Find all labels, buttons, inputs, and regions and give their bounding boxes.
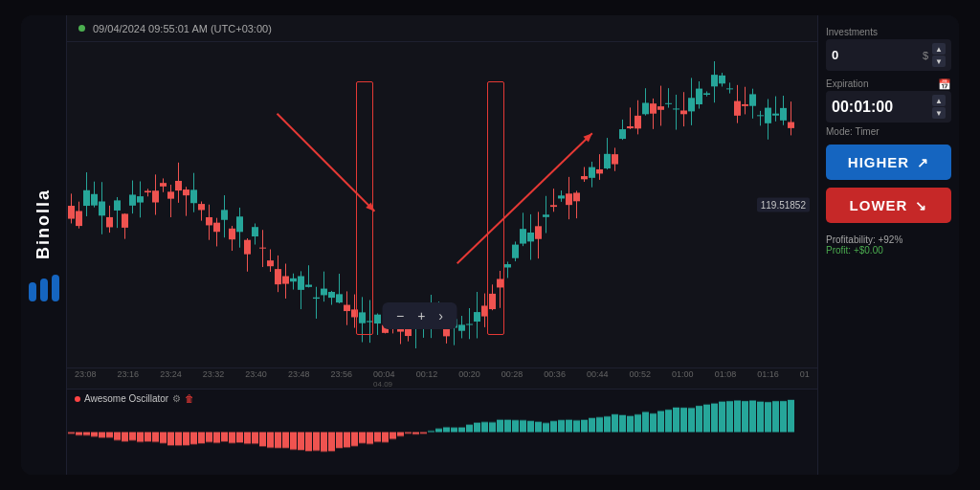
left-sidebar: Binolla xyxy=(21,15,67,475)
time-axis-inner: 23:08 23:16 23:24 23:32 23:40 23:48 23:5… xyxy=(75,369,810,389)
osc-dot xyxy=(75,396,80,402)
red-box-right xyxy=(487,81,504,335)
time-tick-15: 01:08 xyxy=(715,369,737,389)
investments-label: Investments xyxy=(826,27,951,37)
time-tick-8: 00:12 xyxy=(416,369,438,389)
time-tick-4: 23:40 xyxy=(245,369,267,389)
status-dot xyxy=(78,25,85,32)
oscillator-label: Awesome Oscillator ⚙ 🗑 xyxy=(75,393,194,404)
chart-area: 119.51852 − + › xyxy=(67,42,817,368)
toolbar-plus-button[interactable]: + xyxy=(412,306,431,325)
svg-rect-2 xyxy=(52,275,59,301)
higher-arrow-icon: ↗ xyxy=(917,155,929,170)
svg-rect-0 xyxy=(29,282,36,301)
chart-header: 09/04/2024 09:55:01 AM (UTC+03:00) xyxy=(67,15,817,42)
investments-currency: $ xyxy=(923,50,928,61)
investments-arrows: ▲ ▼ xyxy=(932,43,946,67)
lower-button[interactable]: LOWER ↘ xyxy=(826,188,951,223)
investments-up-button[interactable]: ▲ xyxy=(932,43,946,55)
time-tick-11: 00:36 xyxy=(544,369,566,389)
timer-down-button[interactable]: ▼ xyxy=(932,107,946,119)
investments-input-row: 0 $ ▲ ▼ xyxy=(826,39,951,71)
svg-rect-1 xyxy=(40,278,48,301)
time-tick-10: 00:28 xyxy=(501,369,523,389)
toolbar-minus-button[interactable]: − xyxy=(390,306,410,325)
profit-value-text: Profit: +$0.00 xyxy=(826,245,951,256)
oscillator-panel: Awesome Oscillator ⚙ 🗑 xyxy=(67,389,817,475)
time-tick-12: 00:44 xyxy=(587,369,609,389)
main-content: 09/04/2024 09:55:01 AM (UTC+03:00) 119.5… xyxy=(67,15,817,475)
toolbar-arrow-button[interactable]: › xyxy=(433,306,449,325)
timer-row: 00:01:00 ▲ ▼ xyxy=(826,91,951,122)
logo-text: Binolla xyxy=(33,189,54,259)
higher-button[interactable]: HIGHER ↗ xyxy=(826,145,951,180)
expiration-label: Expiration xyxy=(826,78,868,89)
expiration-calendar-icon[interactable]: 📅 xyxy=(938,78,951,91)
time-axis: 23:08 23:16 23:24 23:32 23:40 23:48 23:5… xyxy=(67,368,817,389)
mode-text: Mode: Timer xyxy=(826,126,951,137)
timer-arrows: ▲ ▼ xyxy=(932,95,946,119)
price-label: 119.51852 xyxy=(757,198,810,212)
investments-section: Investments 0 $ ▲ ▼ xyxy=(826,27,951,71)
time-tick-1: 23:16 xyxy=(118,369,140,389)
time-tick-2: 23:24 xyxy=(160,369,182,389)
right-panel: Investments 0 $ ▲ ▼ Expiration 📅 00:01:0… xyxy=(817,15,959,475)
time-tick-13: 00:52 xyxy=(630,369,652,389)
expiration-section: Expiration 📅 00:01:00 ▲ ▼ xyxy=(826,78,951,122)
time-tick-9: 00:20 xyxy=(458,369,480,389)
profitability-text: Profitability: +92% xyxy=(826,234,951,245)
lower-arrow-icon: ↘ xyxy=(915,198,927,213)
red-box-left xyxy=(356,81,373,335)
lower-label: LOWER xyxy=(850,197,908,213)
timer-up-button[interactable]: ▲ xyxy=(932,95,946,106)
oscillator-title: Awesome Oscillator xyxy=(84,393,168,404)
osc-delete-icon[interactable]: 🗑 xyxy=(185,393,194,404)
time-tick-6: 23:56 xyxy=(330,369,352,389)
header-datetime: 09/04/2024 09:55:01 AM (UTC+03:00) xyxy=(93,23,272,34)
timer-value: 00:01:00 xyxy=(832,99,928,116)
logo-icon xyxy=(29,275,59,301)
time-tick-7: 00:0404.09 xyxy=(373,369,395,389)
time-tick-16: 01:16 xyxy=(757,369,779,389)
osc-settings-icon[interactable]: ⚙ xyxy=(172,393,181,404)
time-tick-5: 23:48 xyxy=(288,369,310,389)
time-tick-14: 01:00 xyxy=(672,369,694,389)
time-tick-17: 01 xyxy=(800,369,810,389)
investments-down-button[interactable]: ▼ xyxy=(932,56,946,67)
time-toolbar: − + › xyxy=(383,302,457,329)
profit-info: Profitability: +92% Profit: +$0.00 xyxy=(826,234,951,256)
higher-label: HIGHER xyxy=(848,154,909,170)
time-tick-3: 23:32 xyxy=(203,369,225,389)
investments-value: 0 xyxy=(832,48,919,62)
time-tick-0: 23:08 xyxy=(75,369,97,389)
